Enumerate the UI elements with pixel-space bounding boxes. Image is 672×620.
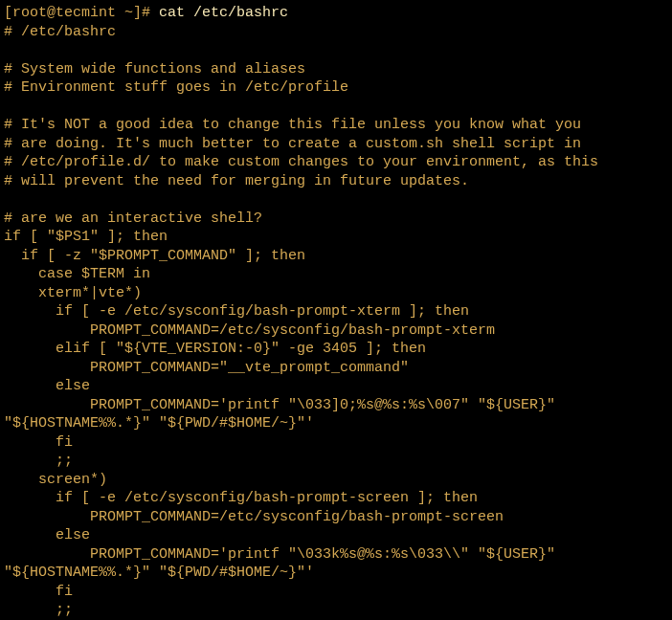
- output-line: xterm*|vte*): [4, 285, 142, 301]
- output-line: # /etc/bashrc: [4, 24, 116, 40]
- output-line: screen*): [4, 472, 107, 488]
- output-line: PROMPT_COMMAND="__vte_prompt_command": [4, 360, 409, 376]
- output-line: PROMPT_COMMAND='printf "\033k%s@%s:%s\03…: [4, 546, 564, 582]
- shell-prompt: [root@tecmint ~]#: [4, 5, 159, 21]
- output-line: else: [4, 527, 90, 543]
- output-line: # Environment stuff goes in /etc/profile: [4, 79, 348, 96]
- output-line: # are we an interactive shell?: [4, 210, 262, 227]
- output-line: if [ -e /etc/sysconfig/bash-prompt-scree…: [4, 490, 478, 506]
- output-line: fi: [4, 434, 73, 451]
- output-line: PROMPT_COMMAND=/etc/sysconfig/bash-promp…: [4, 509, 504, 525]
- output-line: if [ -e /etc/sysconfig/bash-prompt-xterm…: [4, 303, 469, 320]
- output-line: # System wide functions and aliases: [4, 61, 305, 78]
- output-line: PROMPT_COMMAND=/etc/sysconfig/bash-promp…: [4, 322, 495, 339]
- output-line: if [ -z "$PROMPT_COMMAND" ]; then: [4, 248, 305, 264]
- output-line: if [ "$PS1" ]; then: [4, 229, 168, 245]
- output-line: ;;: [4, 453, 73, 469]
- output-line: fi: [4, 584, 73, 600]
- output-line: # are doing. It's much better to create …: [4, 136, 581, 152]
- output-line: PROMPT_COMMAND='printf "\033]0;%s@%s:%s\…: [4, 397, 564, 432]
- command-text: cat /etc/bashrc: [159, 5, 288, 21]
- output-line: case $TERM in: [4, 266, 150, 282]
- output-line: ;;: [4, 602, 73, 618]
- output-line: # will prevent the need for merging in f…: [4, 173, 469, 189]
- terminal-output[interactable]: [root@tecmint ~]# cat /etc/bashrc # /etc…: [4, 4, 668, 620]
- output-line: # It's NOT a good idea to change this fi…: [4, 117, 581, 133]
- output-line: elif [ "${VTE_VERSION:-0}" -ge 3405 ]; t…: [4, 341, 426, 357]
- output-line: # /etc/profile.d/ to make custom changes…: [4, 154, 598, 170]
- output-line: else: [4, 378, 90, 394]
